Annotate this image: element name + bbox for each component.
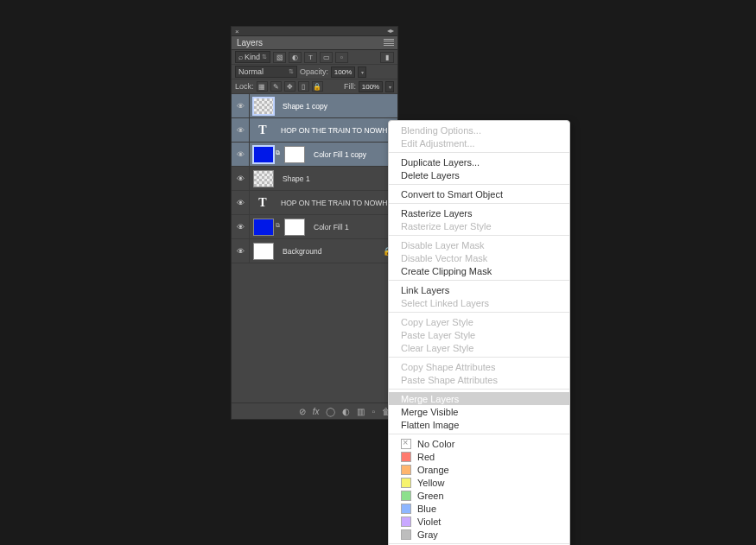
layer-thumbnails: [250, 243, 277, 260]
layer-thumb-icon[interactable]: [253, 243, 274, 260]
filter-shape-icon[interactable]: ▭: [320, 52, 333, 63]
layer-thumbnails: T: [250, 195, 276, 211]
color-label: Red: [417, 452, 435, 462]
blend-mode-select[interactable]: Normal ⇅: [235, 66, 297, 78]
layer-name[interactable]: Shape 1 copy: [277, 102, 397, 111]
menu-item[interactable]: Merge Visible: [389, 405, 569, 418]
visibility-toggle[interactable]: 👁: [232, 167, 250, 190]
filter-smart-icon[interactable]: ▫: [335, 52, 348, 63]
visibility-toggle[interactable]: 👁: [232, 239, 250, 263]
adjustment-icon[interactable]: ◐: [342, 407, 350, 416]
menu-color-item[interactable]: Yellow: [389, 476, 569, 489]
layer-name[interactable]: HOP ON THE TRAIN TO NOWHERE BABY: [276, 199, 397, 207]
layers-panel: × ◂▸ Layers ⌕ Kind ⇅ ▧ ◐ T ▭ ▫ ▮ Normal …: [231, 26, 398, 420]
mask-link-icon[interactable]: ⧉: [276, 222, 283, 232]
layer-row[interactable]: 👁Shape 1: [232, 167, 397, 191]
collapse-icon[interactable]: ◂▸: [387, 27, 394, 35]
menu-item[interactable]: Convert to Smart Object: [389, 187, 569, 200]
visibility-toggle[interactable]: 👁: [232, 118, 250, 142]
menu-separator: [389, 434, 569, 434]
mask-thumb-icon[interactable]: [284, 146, 305, 163]
menu-separator: [389, 357, 569, 358]
mask-thumb-icon[interactable]: [284, 219, 305, 236]
menu-color-item[interactable]: No Color: [389, 437, 569, 450]
close-icon[interactable]: ×: [235, 28, 239, 35]
color-swatch-icon: [401, 452, 411, 462]
layer-row[interactable]: 👁⧉Color Fill 1: [232, 215, 397, 239]
menu-item[interactable]: Create Clipping Mask: [389, 264, 569, 277]
menu-item[interactable]: Flatten Image: [389, 418, 569, 431]
color-label: Blue: [417, 504, 436, 514]
menu-color-item[interactable]: Violet: [389, 515, 569, 528]
opacity-label: Opacity:: [300, 67, 328, 76]
panel-topstrip: × ◂▸: [232, 27, 397, 36]
menu-color-item[interactable]: Blue: [389, 502, 569, 515]
layer-row[interactable]: 👁⧉Color Fill 1 copy: [232, 143, 397, 167]
type-thumb-icon[interactable]: T: [253, 123, 272, 138]
lock-paint-icon[interactable]: ✎: [270, 81, 282, 92]
layer-thumbnails: T: [250, 123, 276, 138]
color-label: Green: [417, 491, 444, 501]
shape-thumb-icon[interactable]: [253, 170, 274, 187]
menu-item: Disable Vector Mask: [389, 251, 569, 264]
layer-row[interactable]: 👁THOP ON THE TRAIN TO NOWHERE BABY: [232, 191, 397, 215]
filter-adjust-icon[interactable]: ◐: [289, 52, 302, 63]
menu-item[interactable]: Duplicate Layers...: [389, 155, 569, 168]
menu-item[interactable]: Merge Layers: [389, 392, 569, 405]
shape-thumb-icon[interactable]: [253, 98, 274, 115]
layer-name[interactable]: Color Fill 1: [308, 223, 397, 231]
color-label: Gray: [417, 529, 438, 540]
lock-transparency-icon[interactable]: ▦: [257, 81, 268, 92]
lock-position-icon[interactable]: ✥: [284, 81, 295, 92]
color-swatch-icon: [401, 504, 411, 514]
color-swatch-icon: [401, 439, 411, 449]
menu-color-item[interactable]: Orange: [389, 463, 569, 476]
group-icon[interactable]: ▥: [357, 407, 365, 416]
filter-toggle-icon[interactable]: ▮: [380, 52, 394, 63]
layer-name[interactable]: HOP ON THE TRAIN TO NOWHERE BAB...: [276, 126, 397, 135]
lock-row: Lock: ▦ ✎ ✥ ▯ 🔒 Fill: 100% ▾: [232, 79, 397, 94]
menu-separator: [389, 235, 569, 236]
fill-thumb-icon[interactable]: [253, 146, 274, 163]
filter-type-icon[interactable]: T: [304, 52, 317, 63]
type-thumb-icon[interactable]: T: [253, 195, 272, 211]
menu-separator: [389, 184, 569, 185]
color-label: Yellow: [417, 478, 444, 488]
menu-color-item[interactable]: Gray: [389, 528, 569, 541]
visibility-toggle[interactable]: 👁: [232, 215, 250, 238]
link-layers-icon[interactable]: ⊘: [299, 407, 306, 416]
layer-row[interactable]: 👁THOP ON THE TRAIN TO NOWHERE BAB...: [232, 118, 397, 143]
visibility-toggle[interactable]: 👁: [232, 191, 250, 214]
layer-name[interactable]: Background: [277, 247, 383, 256]
fill-input[interactable]: 100%: [359, 81, 383, 92]
color-swatch-icon: [401, 465, 411, 475]
panel-tab-layers[interactable]: Layers: [232, 36, 397, 50]
filter-pixel-icon[interactable]: ▧: [273, 52, 286, 63]
filter-type-select[interactable]: ⌕ Kind ⇅: [235, 51, 270, 63]
fill-scrubber[interactable]: ▾: [385, 81, 394, 92]
fill-thumb-icon[interactable]: [253, 219, 274, 236]
menu-item[interactable]: Rasterize Layers: [389, 206, 569, 219]
lock-all-icon[interactable]: 🔒: [312, 81, 323, 92]
opacity-input[interactable]: 100%: [331, 67, 355, 78]
menu-color-item[interactable]: Red: [389, 450, 569, 463]
lock-artboard-icon[interactable]: ▯: [298, 81, 309, 92]
layer-name[interactable]: Color Fill 1 copy: [308, 150, 397, 159]
layer-row[interactable]: 👁Background🔒: [232, 239, 397, 263]
new-layer-icon[interactable]: ▫: [372, 407, 375, 416]
fx-icon[interactable]: fx: [313, 407, 320, 416]
menu-item[interactable]: Link Layers: [389, 283, 569, 296]
mask-link-icon[interactable]: ⧉: [276, 149, 283, 160]
menu-item: Paste Shape Attributes: [389, 373, 569, 386]
layer-name[interactable]: Shape 1: [277, 174, 397, 183]
opacity-scrubber[interactable]: ▾: [358, 67, 366, 78]
visibility-toggle[interactable]: 👁: [232, 94, 250, 117]
panel-menu-icon[interactable]: [384, 39, 394, 46]
menu-color-item[interactable]: Green: [389, 489, 569, 502]
menu-separator: [389, 280, 569, 281]
visibility-toggle[interactable]: 👁: [232, 143, 250, 166]
menu-separator: [389, 152, 569, 153]
layer-row[interactable]: 👁Shape 1 copy: [232, 94, 397, 118]
menu-item[interactable]: Delete Layers: [389, 168, 569, 181]
mask-icon[interactable]: ◯: [326, 407, 335, 416]
